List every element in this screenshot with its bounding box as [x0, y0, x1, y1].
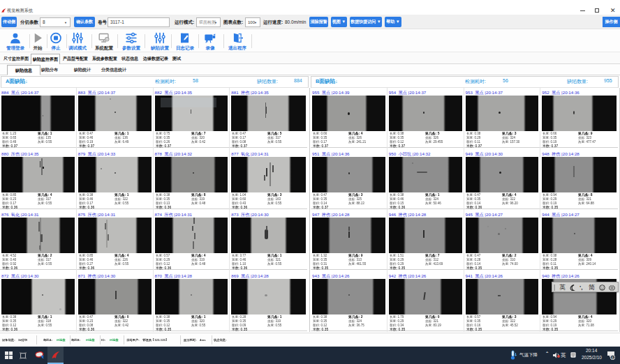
svg-text:6: 6 — [612, 356, 614, 360]
